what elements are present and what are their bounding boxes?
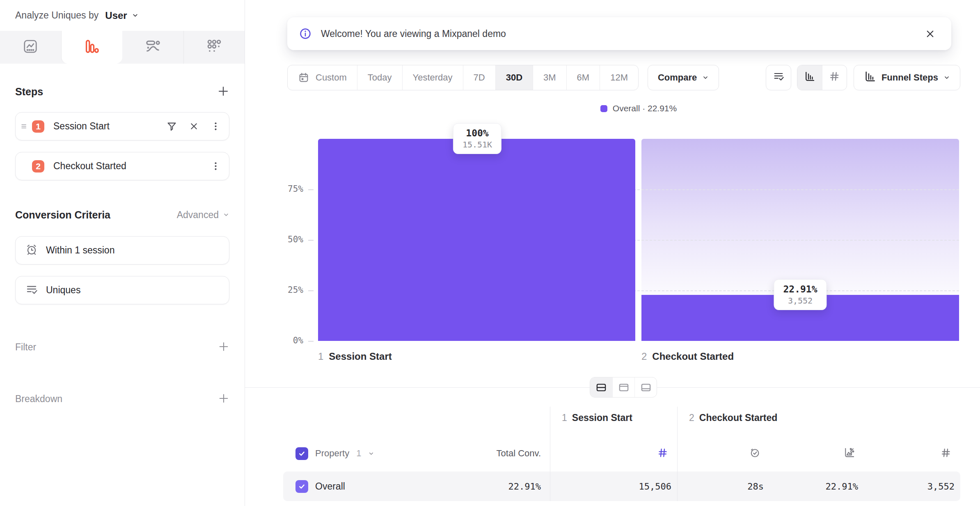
add-filter-button[interactable] <box>218 341 229 354</box>
kebab-menu-icon[interactable] <box>211 161 221 171</box>
tab-insights[interactable] <box>0 31 61 64</box>
steps-title: Steps <box>15 86 43 98</box>
x-axis-step-label: 2 Checkout Started <box>641 351 734 362</box>
conversion-rate-column-header[interactable] <box>769 435 864 472</box>
plus-icon <box>218 393 229 405</box>
compare-label: Compare <box>658 72 697 83</box>
bar-chart-icon <box>864 70 876 85</box>
total-conv-header[interactable]: Total Conv. <box>423 435 550 472</box>
hash-icon <box>829 71 840 85</box>
close-icon[interactable] <box>925 28 936 39</box>
layout-split-icon[interactable] <box>590 377 612 397</box>
tab-flows[interactable] <box>122 31 183 64</box>
list-check-icon <box>25 283 38 297</box>
legend-swatch <box>600 105 607 112</box>
panel-layout-toggle <box>590 377 657 398</box>
counting-method-card[interactable]: Uniques <box>15 276 229 304</box>
step2-count-value: 3,552 <box>864 472 960 501</box>
tab-funnels[interactable] <box>61 31 123 64</box>
layout-table-only-icon[interactable] <box>634 377 657 397</box>
analyze-by-dropdown[interactable]: User <box>105 10 138 21</box>
drag-handle-icon[interactable] <box>16 122 32 130</box>
bar-count: 15.51K <box>463 140 492 150</box>
step1-count-column-header[interactable] <box>550 435 677 472</box>
funnel-bar-session-start[interactable] <box>318 139 635 341</box>
compare-dropdown[interactable]: Compare <box>648 65 719 90</box>
retention-grid-icon <box>206 39 222 56</box>
bar-count: 3,552 <box>783 296 817 306</box>
funnel-bar-checkout-dropoff[interactable] <box>641 139 959 295</box>
time-to-convert-column-header[interactable] <box>677 435 769 472</box>
steps-section-header: Steps <box>15 84 229 99</box>
table-group-checkout-started: 2 Checkout Started <box>677 407 960 435</box>
kebab-menu-icon[interactable] <box>211 121 221 131</box>
insights-chart-icon <box>23 39 38 56</box>
step-card-session-start[interactable]: 1 Session Start <box>15 112 229 140</box>
close-icon[interactable] <box>189 121 199 131</box>
conversion-window-label: Within 1 session <box>46 245 114 256</box>
date-range-12m[interactable]: 12M <box>600 65 638 90</box>
analyze-prefix-label: Analyze Uniques by <box>15 10 98 21</box>
chevron-down-icon <box>132 12 139 19</box>
counting-method-label: Uniques <box>46 285 80 296</box>
legend-label: Overall · 22.91% <box>613 104 677 113</box>
date-range-7d[interactable]: 7D <box>463 65 495 90</box>
alarm-clock-icon <box>25 244 38 258</box>
bar-value-tooltip: 100% 15.51K <box>453 123 501 154</box>
select-all-checkbox[interactable] <box>295 447 308 460</box>
step-number-badge: 1 <box>32 120 44 133</box>
step1-count-value: 15,506 <box>550 472 677 501</box>
date-range-6m[interactable]: 6M <box>566 65 600 90</box>
welcome-banner: Welcome! You are viewing a Mixpanel demo <box>287 17 951 50</box>
chevron-down-icon <box>943 74 950 81</box>
chevron-down-icon <box>702 74 709 81</box>
conversion-window-card[interactable]: Within 1 session <box>15 236 229 264</box>
date-range-custom[interactable]: Custom <box>288 65 357 90</box>
advanced-label: Advanced <box>177 209 219 221</box>
property-number: 1 <box>356 448 361 459</box>
funnel-steps-dropdown[interactable]: Funnel Steps <box>854 65 960 90</box>
y-axis-tick-label: 0% <box>264 336 303 345</box>
calendar-icon <box>298 72 309 83</box>
tab-retention[interactable] <box>183 31 245 64</box>
info-circle-icon <box>299 27 312 40</box>
chevron-down-icon[interactable] <box>368 451 374 457</box>
date-range-3m[interactable]: 3M <box>533 65 566 90</box>
add-step-button[interactable] <box>217 85 229 99</box>
bar-value-tooltip: 22.91% 3,552 <box>774 279 827 310</box>
funnel-bars-icon <box>84 39 100 56</box>
total-conv-value: 22.91% <box>423 472 550 501</box>
conversion-rate-value: 22.91% <box>769 472 864 501</box>
chart-legend: Overall · 22.91% <box>318 104 959 113</box>
date-range-30d[interactable]: 30D <box>495 65 533 90</box>
y-axis-tick-label: 25% <box>264 285 303 295</box>
chart-format-numbers[interactable] <box>822 65 847 90</box>
funnel-steps-label: Funnel Steps <box>882 72 938 83</box>
step-number-badge: 2 <box>32 160 44 172</box>
layout-chart-only-icon[interactable] <box>612 377 634 397</box>
property-label: Property <box>315 448 349 459</box>
hash-icon <box>940 447 951 460</box>
main-content: Welcome! You are viewing a Mixpanel demo… <box>245 0 980 506</box>
filter-icon[interactable] <box>166 121 177 132</box>
property-header: Property 1 <box>283 435 423 472</box>
y-axis-tick-label: 75% <box>264 184 303 194</box>
row-checkbox[interactable] <box>295 480 308 493</box>
breakdown-title: Breakdown <box>15 393 62 405</box>
add-breakdown-button[interactable] <box>218 393 229 405</box>
date-range-yesterday[interactable]: Yesterday <box>402 65 463 90</box>
date-range-today[interactable]: Today <box>357 65 402 90</box>
chart-format-bars[interactable] <box>797 65 822 90</box>
step2-count-column-header[interactable] <box>864 435 960 472</box>
flows-path-icon <box>145 39 160 56</box>
step-card-checkout-started[interactable]: 2 Checkout Started <box>15 152 229 180</box>
results-table: 1 Session Start 2 Checkout Started Prope… <box>283 407 960 501</box>
bar-pct: 22.91% <box>783 284 817 294</box>
analyze-by-value: User <box>105 10 127 21</box>
sidebar-content: Steps 1 Session Start <box>0 84 245 406</box>
advanced-dropdown[interactable]: Advanced <box>177 209 229 221</box>
bar-chart-icon <box>804 71 815 85</box>
filter-section-header: Filter <box>15 340 229 354</box>
metrics-list-button[interactable] <box>766 65 791 90</box>
time-to-convert-value: 28s <box>677 472 769 501</box>
